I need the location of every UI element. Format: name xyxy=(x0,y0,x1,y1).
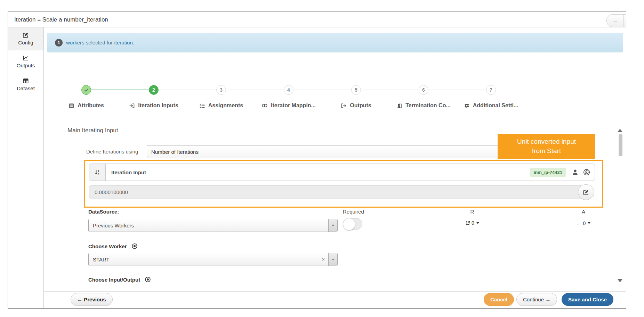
choose-worker-label: Choose Worker xyxy=(88,243,127,249)
step-circle[interactable]: 3 xyxy=(216,85,226,95)
step-label[interactable]: Attributes xyxy=(69,102,104,109)
iteration-dialog-window: Iteration = Scale a number_iteration – ×… xyxy=(8,11,626,309)
previous-button[interactable]: ← Previous xyxy=(71,293,113,306)
list-check-icon xyxy=(199,103,205,109)
section-title: Main Iterating Input xyxy=(67,127,118,134)
define-iterations-label: Define Iterations using xyxy=(86,149,138,155)
toggle-knob xyxy=(343,218,355,230)
iteration-value-input[interactable]: 0.0000100000 xyxy=(89,185,583,199)
iteration-value: 0.0000100000 xyxy=(95,189,128,195)
choose-io-label: Choose Input/Output xyxy=(88,277,140,283)
step-circle[interactable]: 5 xyxy=(351,85,361,95)
gear-icon xyxy=(464,103,470,109)
link-icon xyxy=(261,102,268,109)
r-references-dropdown[interactable]: 0 xyxy=(458,220,486,226)
dropdown-caret-cell[interactable] xyxy=(328,253,337,266)
a-assignments-dropdown[interactable]: ← 0 xyxy=(570,220,597,226)
info-banner: 1 workers selected for iteration. xyxy=(47,33,623,52)
edit-icon xyxy=(23,32,29,38)
eye-icon[interactable] xyxy=(131,243,138,249)
step-iteration-inputs: 2 Iteration Inputs xyxy=(120,85,187,109)
window-title: Iteration = Scale a number_iteration xyxy=(14,12,108,27)
person-icon[interactable] xyxy=(572,169,579,176)
sort-numeric-down-icon: 19 xyxy=(94,169,101,176)
sidebar-item-outputs[interactable]: Outputs xyxy=(8,50,43,73)
caret-down-icon xyxy=(332,259,335,260)
step-label[interactable]: Additional Setti... xyxy=(464,102,518,109)
table-icon xyxy=(23,78,29,84)
clear-selection-icon[interactable]: × xyxy=(319,257,328,262)
caret-down-icon xyxy=(476,222,479,224)
define-iterations-value: Number of Iterations xyxy=(151,149,199,155)
scrollbar-thumb[interactable] xyxy=(619,134,622,156)
a-column-header: A xyxy=(570,209,597,215)
caret-down-icon xyxy=(588,222,590,224)
datasource-label: DataSource: xyxy=(88,209,119,215)
close-button[interactable]: × xyxy=(623,15,626,27)
r-column-header: R xyxy=(458,209,486,215)
door-icon xyxy=(396,103,402,109)
sidebar-item-config[interactable]: Config xyxy=(8,27,43,50)
window-controls: – × xyxy=(606,14,626,27)
step-circle[interactable]: 7 xyxy=(486,85,496,95)
box-arrow-up-right-icon xyxy=(465,220,470,225)
step-additional-settings: 7 Additional Setti... xyxy=(457,85,525,109)
step-assignments: 3 Assignments xyxy=(187,85,255,109)
arrow-left-icon: ← xyxy=(577,220,582,226)
edit-icon xyxy=(583,189,589,195)
cancel-button[interactable]: Cancel xyxy=(484,293,514,306)
iteration-input-row: 19 Iteration Input inm_ip-74421 xyxy=(89,164,595,181)
sidebar-item-label: Config xyxy=(18,40,33,45)
target-icon[interactable] xyxy=(583,168,590,176)
choose-io-row: Choose Input/Output xyxy=(88,276,151,283)
scroll-down-arrow-icon[interactable] xyxy=(618,279,622,282)
caret-down-icon xyxy=(332,225,335,226)
eye-icon[interactable] xyxy=(145,276,151,283)
choose-worker-value: START xyxy=(89,257,319,262)
svg-text:1: 1 xyxy=(98,169,99,172)
required-toggle[interactable] xyxy=(343,218,362,230)
required-label: Required xyxy=(343,209,364,215)
list-icon xyxy=(69,103,74,109)
box-arrow-in-right-icon xyxy=(129,103,135,109)
step-outputs: 5 Outputs xyxy=(322,85,390,109)
step-label[interactable]: Outputs xyxy=(341,102,371,109)
input-id-badge: inm_ip-74421 xyxy=(530,168,566,177)
footer-divider xyxy=(44,291,626,292)
info-banner-text: workers selected for iteration. xyxy=(66,40,134,45)
dropdown-caret-cell[interactable] xyxy=(328,219,337,232)
step-label[interactable]: Iterator Mappin... xyxy=(261,102,316,109)
iteration-input-name[interactable]: Iteration Input xyxy=(106,169,146,175)
minimize-button[interactable]: – xyxy=(607,15,623,27)
sidebar: Config Outputs Dataset xyxy=(8,27,44,308)
step-circle[interactable]: 6 xyxy=(419,85,428,95)
step-circle-active[interactable]: 2 xyxy=(149,85,159,95)
sidebar-item-dataset[interactable]: Dataset xyxy=(8,73,43,96)
save-and-close-button[interactable]: Save and Close xyxy=(562,293,613,306)
line-chart-icon xyxy=(23,55,29,61)
scroll-up-arrow-icon[interactable] xyxy=(618,129,622,132)
choose-worker-select[interactable]: START × xyxy=(88,253,338,266)
step-circle-complete[interactable] xyxy=(81,85,91,95)
titlebar: Iteration = Scale a number_iteration xyxy=(8,12,626,27)
step-label[interactable]: Termination Co... xyxy=(396,102,450,109)
define-iterations-select[interactable]: Number of Iterations xyxy=(147,145,505,158)
datasource-select[interactable]: Previous Workers xyxy=(88,219,338,232)
step-label[interactable]: Assignments xyxy=(199,102,243,109)
edit-value-button[interactable] xyxy=(578,184,594,200)
step-label[interactable]: Iteration Inputs xyxy=(129,102,178,109)
wizard-stepper: Attributes 2 Iteration Inputs 3 Assignme… xyxy=(53,85,525,109)
sidebar-item-label: Dataset xyxy=(17,85,35,91)
step-termination: 6 Termination Co... xyxy=(390,85,457,109)
step-circle[interactable]: 4 xyxy=(284,85,293,95)
step-iterator-mapping: 4 Iterator Mappin... xyxy=(255,85,322,109)
sort-button[interactable]: 19 xyxy=(89,164,106,181)
datasource-value: Previous Workers xyxy=(89,223,328,228)
sidebar-item-label: Outputs xyxy=(17,62,35,68)
choose-worker-row: Choose Worker xyxy=(88,243,138,249)
svg-text:9: 9 xyxy=(98,173,99,175)
step-attributes: Attributes xyxy=(53,85,120,109)
continue-button[interactable]: Continue → xyxy=(516,293,557,306)
worker-count-badge: 1 xyxy=(55,39,63,47)
check-icon xyxy=(84,87,89,93)
